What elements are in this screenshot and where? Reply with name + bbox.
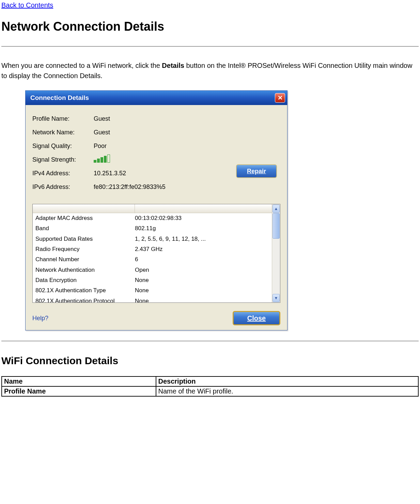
scroll-down-button[interactable]: ▼ [273, 294, 280, 302]
list-item-name: Data Encryption [35, 276, 135, 285]
help-link[interactable]: Help? [32, 315, 48, 322]
dialog-titlebar: Connection Details ✕ [26, 91, 287, 105]
list-item[interactable]: Band802.11g [33, 223, 272, 234]
page-title: Network Connection Details [1, 19, 419, 34]
close-icon: ✕ [278, 94, 283, 102]
intro-text-prefix: When you are connected to a WiFi network… [1, 62, 162, 69]
close-button[interactable]: Close [233, 311, 280, 325]
list-item-name: 802.1X Authentication Protocol [35, 297, 135, 302]
field-ipv6: IPv6 Address: fe80::213:2ff:fe02:9833%5 [32, 180, 280, 194]
list-item[interactable]: Channel Number6 [33, 254, 272, 265]
list-item[interactable]: Radio Frequency2.437 GHz [33, 244, 272, 254]
list-item-value: None [135, 286, 149, 295]
signal-strength-value [94, 155, 280, 164]
intro-bold: Details [162, 62, 184, 69]
connection-details-dialog: Connection Details ✕ Profile Name: Guest… [25, 90, 287, 330]
list-item[interactable]: Network AuthenticationOpen [33, 265, 272, 275]
field-signal-quality: Signal Quality: Poor [32, 139, 280, 153]
list-item-name: Adapter MAC Address [35, 214, 135, 223]
repair-button[interactable]: Repair [236, 164, 277, 178]
list-item-name: Band [35, 224, 135, 233]
titlebar-close-button[interactable]: ✕ [275, 93, 285, 103]
chevron-down-icon: ▼ [274, 296, 278, 300]
section-title: WiFi Connection Details [1, 355, 419, 367]
back-to-contents-link[interactable]: Back to Contents [1, 1, 53, 9]
list-item-name: 802.1X Authentication Type [35, 286, 135, 295]
list-item-value: None [135, 297, 149, 302]
list-item-value: 1, 2, 5.5, 6, 9, 11, 12, 18, ... [135, 235, 206, 243]
signal-bars-icon [94, 155, 110, 163]
table-header-name: Name [2, 376, 156, 386]
list-item-name: Channel Number [35, 255, 135, 264]
divider [1, 46, 419, 47]
table-cell-name: Profile Name [2, 386, 156, 396]
ipv4-label: IPv4 Address: [32, 170, 94, 177]
network-name-value: Guest [94, 129, 280, 136]
ipv6-label: IPv6 Address: [32, 183, 94, 191]
profile-name-label: Profile Name: [32, 115, 94, 122]
list-item-value: 802.11g [135, 224, 156, 233]
signal-quality-label: Signal Quality: [32, 143, 94, 150]
field-ipv4: IPv4 Address: 10.251.3.52 Repair [32, 166, 280, 180]
scrollbar[interactable]: ▲ ▼ [272, 204, 280, 302]
list-item-name: Radio Frequency [35, 245, 135, 254]
list-item-value: 00:13:02:02:98:33 [135, 214, 182, 223]
list-item[interactable]: Adapter MAC Address00:13:02:02:98:33 [33, 213, 272, 223]
intro-paragraph: When you are connected to a WiFi network… [1, 60, 419, 81]
divider [1, 341, 419, 341]
table-header-desc: Description [156, 376, 419, 386]
list-item[interactable]: Supported Data Rates1, 2, 5.5, 6, 9, 11,… [33, 234, 272, 244]
description-table: Name Description Profile Name Name of th… [1, 376, 419, 397]
list-item-value: Open [135, 266, 149, 275]
dialog-body: Profile Name: Guest Network Name: Guest … [26, 105, 287, 330]
table-row: Profile Name Name of the WiFi profile. [2, 386, 418, 396]
profile-name-value: Guest [94, 115, 280, 122]
dialog-bottom-row: Help? Close [32, 311, 280, 325]
scroll-up-button[interactable]: ▲ [273, 205, 280, 213]
details-list: Adapter MAC Address00:13:02:02:98:33 Ban… [32, 204, 280, 303]
field-profile-name: Profile Name: Guest [32, 112, 280, 125]
chevron-up-icon: ▲ [274, 206, 278, 211]
table-cell-desc: Name of the WiFi profile. [156, 386, 419, 396]
list-header [33, 204, 272, 213]
list-item[interactable]: 802.1X Authentication TypeNone [33, 285, 272, 296]
list-item[interactable]: 802.1X Authentication ProtocolNone [33, 296, 272, 302]
list-item-name: Supported Data Rates [35, 235, 135, 243]
list-item-value: 2.437 GHz [135, 245, 162, 254]
list-item-name: Network Authentication [35, 266, 135, 275]
dialog-title: Connection Details [30, 94, 89, 102]
list-item-value: 6 [135, 255, 138, 264]
network-name-label: Network Name: [32, 129, 94, 136]
scroll-track[interactable] [272, 213, 280, 294]
table-header-row: Name Description [2, 376, 418, 386]
list-item[interactable]: Data EncryptionNone [33, 275, 272, 285]
signal-strength-label: Signal Strength: [32, 156, 94, 163]
list-item-value: None [135, 276, 149, 285]
ipv6-value: fe80::213:2ff:fe02:9833%5 [94, 183, 280, 191]
field-network-name: Network Name: Guest [32, 125, 280, 139]
signal-quality-value: Poor [94, 143, 280, 150]
scroll-thumb[interactable] [273, 213, 280, 239]
